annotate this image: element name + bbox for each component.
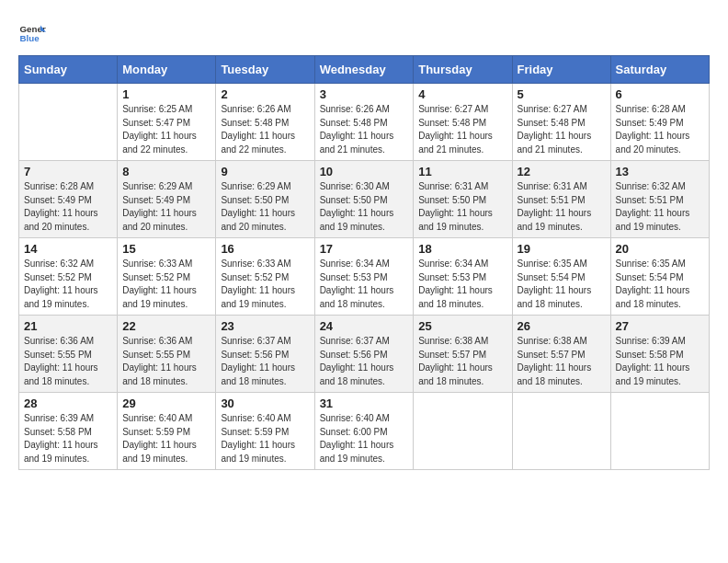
day-number: 25 — [418, 319, 506, 333]
calendar-cell: 20Sunrise: 6:35 AM Sunset: 5:54 PM Dayli… — [610, 238, 709, 316]
day-info: Sunrise: 6:27 AM Sunset: 5:48 PM Dayligh… — [518, 103, 606, 156]
day-number: 8 — [122, 165, 210, 178]
day-info: Sunrise: 6:40 AM Sunset: 5:59 PM Dayligh… — [122, 412, 210, 465]
day-info: Sunrise: 6:33 AM Sunset: 5:52 PM Dayligh… — [221, 258, 309, 311]
day-info: Sunrise: 6:34 AM Sunset: 5:53 PM Dayligh… — [418, 258, 506, 311]
calendar-cell: 26Sunrise: 6:38 AM Sunset: 5:57 PM Dayli… — [512, 316, 610, 393]
day-info: Sunrise: 6:38 AM Sunset: 5:57 PM Dayligh… — [418, 335, 506, 388]
calendar-cell: 10Sunrise: 6:30 AM Sunset: 5:50 PM Dayli… — [314, 161, 414, 238]
day-info: Sunrise: 6:28 AM Sunset: 5:49 PM Dayligh… — [24, 180, 112, 234]
calendar-cell: 19Sunrise: 6:35 AM Sunset: 5:54 PM Dayli… — [512, 238, 610, 316]
day-info: Sunrise: 6:32 AM Sunset: 5:52 PM Dayligh… — [24, 258, 112, 311]
calendar-cell — [414, 393, 512, 470]
day-info: Sunrise: 6:37 AM Sunset: 5:56 PM Dayligh… — [320, 335, 409, 388]
calendar-cell: 17Sunrise: 6:34 AM Sunset: 5:53 PM Dayli… — [314, 238, 414, 316]
day-number: 9 — [221, 165, 309, 178]
svg-text:Blue: Blue — [20, 33, 40, 43]
day-number: 14 — [24, 242, 112, 256]
day-number: 17 — [320, 242, 409, 256]
day-number: 5 — [518, 87, 606, 101]
calendar-cell: 30Sunrise: 6:40 AM Sunset: 5:59 PM Dayli… — [216, 393, 314, 470]
calendar-cell — [19, 84, 118, 161]
day-number: 1 — [122, 87, 210, 101]
day-number: 18 — [418, 242, 506, 256]
day-info: Sunrise: 6:29 AM Sunset: 5:49 PM Dayligh… — [122, 180, 210, 234]
day-info: Sunrise: 6:34 AM Sunset: 5:53 PM Dayligh… — [320, 258, 409, 311]
calendar-week-2: 7Sunrise: 6:28 AM Sunset: 5:49 PM Daylig… — [19, 161, 710, 238]
day-number: 19 — [518, 242, 606, 256]
calendar-week-1: 1Sunrise: 6:25 AM Sunset: 5:47 PM Daylig… — [19, 84, 710, 161]
calendar-cell: 6Sunrise: 6:28 AM Sunset: 5:49 PM Daylig… — [610, 84, 709, 161]
calendar-cell: 31Sunrise: 6:40 AM Sunset: 6:00 PM Dayli… — [314, 393, 414, 470]
calendar-cell: 24Sunrise: 6:37 AM Sunset: 5:56 PM Dayli… — [314, 316, 414, 393]
day-number: 22 — [122, 319, 210, 333]
calendar-cell: 21Sunrise: 6:36 AM Sunset: 5:55 PM Dayli… — [19, 316, 118, 393]
day-number: 12 — [518, 165, 606, 178]
calendar-cell: 18Sunrise: 6:34 AM Sunset: 5:53 PM Dayli… — [414, 238, 512, 316]
day-info: Sunrise: 6:25 AM Sunset: 5:47 PM Dayligh… — [122, 103, 210, 156]
day-number: 7 — [24, 165, 112, 178]
day-info: Sunrise: 6:27 AM Sunset: 5:48 PM Dayligh… — [418, 103, 506, 156]
calendar-header: SundayMondayTuesdayWednesdayThursdayFrid… — [19, 56, 710, 84]
header-day-wednesday: Wednesday — [314, 56, 414, 84]
day-number: 11 — [418, 165, 506, 178]
calendar-cell: 12Sunrise: 6:31 AM Sunset: 5:51 PM Dayli… — [512, 161, 610, 238]
day-info: Sunrise: 6:30 AM Sunset: 5:50 PM Dayligh… — [320, 180, 409, 234]
day-number: 15 — [122, 242, 210, 256]
day-number: 10 — [320, 165, 409, 178]
page-header: General Blue — [18, 18, 710, 46]
day-number: 27 — [616, 319, 704, 333]
day-info: Sunrise: 6:35 AM Sunset: 5:54 PM Dayligh… — [518, 258, 606, 311]
day-number: 6 — [616, 87, 704, 101]
calendar-cell: 25Sunrise: 6:38 AM Sunset: 5:57 PM Dayli… — [414, 316, 512, 393]
day-number: 3 — [320, 87, 409, 101]
calendar-cell: 14Sunrise: 6:32 AM Sunset: 5:52 PM Dayli… — [19, 238, 118, 316]
calendar-cell: 9Sunrise: 6:29 AM Sunset: 5:50 PM Daylig… — [216, 161, 314, 238]
calendar-cell: 1Sunrise: 6:25 AM Sunset: 5:47 PM Daylig… — [118, 84, 216, 161]
calendar-body: 1Sunrise: 6:25 AM Sunset: 5:47 PM Daylig… — [19, 84, 710, 470]
calendar-week-4: 21Sunrise: 6:36 AM Sunset: 5:55 PM Dayli… — [19, 316, 710, 393]
day-number: 29 — [122, 396, 210, 410]
calendar-cell: 4Sunrise: 6:27 AM Sunset: 5:48 PM Daylig… — [414, 84, 512, 161]
day-info: Sunrise: 6:36 AM Sunset: 5:55 PM Dayligh… — [122, 335, 210, 388]
calendar-cell: 16Sunrise: 6:33 AM Sunset: 5:52 PM Dayli… — [216, 238, 314, 316]
day-number: 2 — [221, 87, 309, 101]
day-number: 16 — [221, 242, 309, 256]
calendar-cell: 11Sunrise: 6:31 AM Sunset: 5:50 PM Dayli… — [414, 161, 512, 238]
day-info: Sunrise: 6:26 AM Sunset: 5:48 PM Dayligh… — [320, 103, 409, 156]
day-info: Sunrise: 6:31 AM Sunset: 5:51 PM Dayligh… — [518, 180, 606, 234]
calendar-week-3: 14Sunrise: 6:32 AM Sunset: 5:52 PM Dayli… — [19, 238, 710, 316]
day-number: 24 — [320, 319, 409, 333]
logo-icon: General Blue — [18, 18, 46, 46]
calendar-cell: 28Sunrise: 6:39 AM Sunset: 5:58 PM Dayli… — [19, 393, 118, 470]
calendar-table: SundayMondayTuesdayWednesdayThursdayFrid… — [18, 55, 710, 470]
day-info: Sunrise: 6:40 AM Sunset: 6:00 PM Dayligh… — [320, 412, 409, 465]
logo: General Blue — [18, 18, 46, 46]
calendar-cell — [512, 393, 610, 470]
calendar-cell: 15Sunrise: 6:33 AM Sunset: 5:52 PM Dayli… — [118, 238, 216, 316]
calendar-cell: 22Sunrise: 6:36 AM Sunset: 5:55 PM Dayli… — [118, 316, 216, 393]
day-info: Sunrise: 6:32 AM Sunset: 5:51 PM Dayligh… — [616, 180, 704, 234]
day-number: 20 — [616, 242, 704, 256]
day-info: Sunrise: 6:31 AM Sunset: 5:50 PM Dayligh… — [418, 180, 506, 234]
day-info: Sunrise: 6:33 AM Sunset: 5:52 PM Dayligh… — [122, 258, 210, 311]
day-info: Sunrise: 6:38 AM Sunset: 5:57 PM Dayligh… — [518, 335, 606, 388]
header-row: SundayMondayTuesdayWednesdayThursdayFrid… — [19, 56, 710, 84]
day-info: Sunrise: 6:37 AM Sunset: 5:56 PM Dayligh… — [221, 335, 309, 388]
day-number: 4 — [418, 87, 506, 101]
day-info: Sunrise: 6:29 AM Sunset: 5:50 PM Dayligh… — [221, 180, 309, 234]
day-info: Sunrise: 6:40 AM Sunset: 5:59 PM Dayligh… — [221, 412, 309, 465]
header-day-monday: Monday — [118, 56, 216, 84]
calendar-cell: 29Sunrise: 6:40 AM Sunset: 5:59 PM Dayli… — [118, 393, 216, 470]
calendar-cell: 5Sunrise: 6:27 AM Sunset: 5:48 PM Daylig… — [512, 84, 610, 161]
calendar-cell: 3Sunrise: 6:26 AM Sunset: 5:48 PM Daylig… — [314, 84, 414, 161]
day-number: 23 — [221, 319, 309, 333]
day-number: 30 — [221, 396, 309, 410]
calendar-cell: 13Sunrise: 6:32 AM Sunset: 5:51 PM Dayli… — [610, 161, 709, 238]
day-info: Sunrise: 6:26 AM Sunset: 5:48 PM Dayligh… — [221, 103, 309, 156]
day-info: Sunrise: 6:39 AM Sunset: 5:58 PM Dayligh… — [616, 335, 704, 388]
day-number: 31 — [320, 396, 409, 410]
calendar-cell: 27Sunrise: 6:39 AM Sunset: 5:58 PM Dayli… — [610, 316, 709, 393]
day-info: Sunrise: 6:28 AM Sunset: 5:49 PM Dayligh… — [616, 103, 704, 156]
day-info: Sunrise: 6:35 AM Sunset: 5:54 PM Dayligh… — [616, 258, 704, 311]
